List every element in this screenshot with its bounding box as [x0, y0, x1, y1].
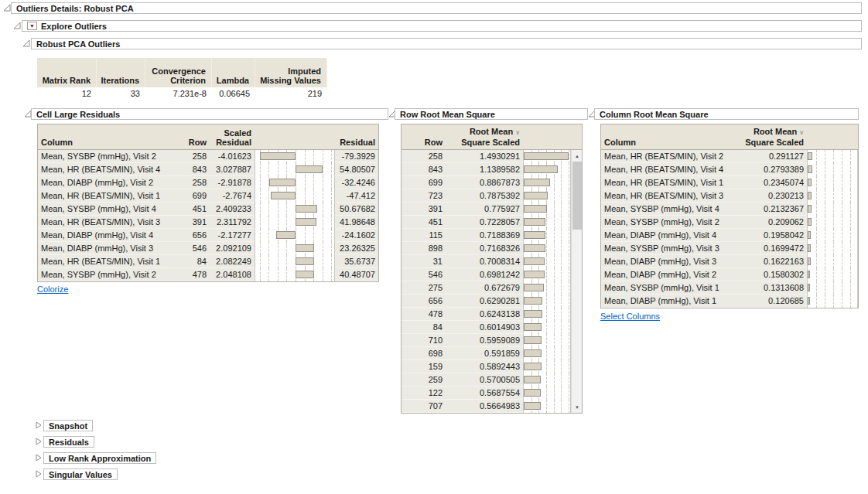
- table-row[interactable]: 6980.591859: [402, 347, 582, 360]
- gridline: [554, 203, 555, 216]
- column-header[interactable]: [255, 124, 335, 149]
- table-cell: 0.2345074: [733, 176, 807, 189]
- column-header[interactable]: Row: [174, 124, 210, 149]
- collapsed-panel-singular-values[interactable]: Singular Values: [43, 468, 118, 480]
- colorize-link[interactable]: Colorize: [37, 284, 68, 294]
- disclosure-expanded-icon[interactable]: [3, 4, 11, 12]
- table-row[interactable]: 4780.6243138: [402, 308, 582, 321]
- sort-chevron-icon[interactable]: ∨: [799, 129, 804, 136]
- table-row[interactable]: 310.7008314: [402, 255, 582, 268]
- gridline: [569, 242, 569, 255]
- table-row[interactable]: 8431.1389582: [402, 163, 582, 176]
- value-bar: [524, 257, 545, 265]
- column-header[interactable]: ScaledResidual: [210, 124, 255, 149]
- outline-robust-pca-outliers[interactable]: Robust PCA Outliers: [31, 38, 862, 49]
- table-row[interactable]: 1220.5687554: [402, 387, 582, 400]
- outline-explore-outliers[interactable]: ▼ Explore Outliers: [22, 20, 862, 32]
- table-row[interactable]: 1590.5892443: [402, 360, 582, 373]
- table-row[interactable]: Mean, HR (BEATS/MIN), Visit 1699-2.7674-…: [38, 189, 378, 203]
- table-row[interactable]: Mean, DIABP (mmHg), Visit 10.120685: [601, 295, 858, 308]
- collapsed-panel-low-rank-approximation[interactable]: Low Rank Approximation: [43, 452, 156, 464]
- table-row[interactable]: 1150.7188369: [402, 229, 582, 242]
- table-row[interactable]: Mean, DIABP (mmHg), Visit 40.1958042: [601, 229, 858, 242]
- sort-chevron-icon[interactable]: ∨: [515, 129, 520, 136]
- outline-outliers-details[interactable]: Outliers Details: Robust PCA: [11, 2, 862, 14]
- disclosure-collapsed-icon[interactable]: [35, 438, 43, 445]
- table-row[interactable]: 6990.8867873: [402, 176, 582, 189]
- table-row[interactable]: 2581.4930291: [402, 150, 582, 163]
- column-header[interactable]: Column: [601, 124, 733, 149]
- panel-title-column-root-mean-square[interactable]: Column Root Mean Square: [594, 108, 859, 120]
- table-row[interactable]: 3910.775927: [402, 203, 582, 216]
- disclosure-collapsed-icon[interactable]: [35, 454, 43, 462]
- disclosure-expanded-icon[interactable]: [13, 22, 21, 29]
- table-row[interactable]: 7100.5959089: [402, 334, 582, 347]
- table-row[interactable]: 4510.7228057: [402, 216, 582, 229]
- gridline: [331, 176, 332, 189]
- column-header[interactable]: [523, 124, 582, 149]
- table-row[interactable]: Mean, HR (BEATS/MIN), Visit 33912.311792…: [38, 216, 378, 229]
- table-row[interactable]: 840.6014903: [402, 321, 582, 334]
- table-row[interactable]: Mean, DIABP (mmHg), Visit 35462.09210923…: [38, 242, 378, 255]
- select-columns-link[interactable]: Select Columns: [600, 312, 660, 321]
- table-row[interactable]: 7230.7875392: [402, 189, 582, 203]
- table-row[interactable]: Mean, SYSBP (mmHg), Visit 10.1313608: [601, 281, 858, 295]
- gridline: [842, 150, 842, 163]
- gridline: [833, 150, 834, 163]
- column-header[interactable]: Row: [402, 124, 446, 149]
- table-row[interactable]: Mean, SYSBP (mmHg), Visit 2258-4.01623-7…: [38, 150, 378, 163]
- table-row[interactable]: Mean, SYSBP (mmHg), Visit 20.209062: [601, 216, 858, 229]
- table-row[interactable]: Mean, DIABP (mmHg), Visit 30.1622163: [601, 255, 858, 268]
- disclosure-collapsed-icon[interactable]: [35, 421, 43, 429]
- table-row[interactable]: Mean, HR (BEATS/MIN), Visit 30.230213: [601, 189, 858, 203]
- scroll-down-button[interactable]: ▼: [572, 401, 583, 413]
- panel-title-row-root-mean-square[interactable]: Row Root Mean Square: [395, 108, 588, 120]
- column-header[interactable]: Residual: [335, 124, 378, 149]
- table-row[interactable]: 7070.5664983: [402, 400, 582, 413]
- table-row[interactable]: Mean, HR (BEATS/MIN), Visit 40.2793389: [601, 163, 858, 176]
- value-bar: [524, 165, 558, 173]
- table-cell: Mean, HR (BEATS/MIN), Visit 3: [38, 216, 174, 229]
- table-cell: -2.91878: [210, 176, 255, 189]
- bar-chart-cell: [807, 189, 858, 203]
- collapsed-panel-snapshot[interactable]: Snapshot: [43, 420, 93, 431]
- table-row[interactable]: Mean, HR (BEATS/MIN), Visit 1842.0822493…: [38, 255, 378, 268]
- table-row[interactable]: Mean, SYSBP (mmHg), Visit 44512.40923350…: [38, 203, 378, 216]
- table-row[interactable]: Mean, DIABP (mmHg), Visit 2258-2.91878-3…: [38, 176, 378, 189]
- table-row[interactable]: Mean, SYSBP (mmHg), Visit 40.2132367: [601, 203, 858, 216]
- table-row[interactable]: 6560.6290281: [402, 295, 582, 308]
- value-bar: [296, 165, 323, 173]
- value-bar: [524, 336, 542, 344]
- value-bar: [524, 402, 541, 410]
- bar-chart-cell: [523, 308, 571, 321]
- table-row[interactable]: Mean, HR (BEATS/MIN), Visit 20.291127: [601, 150, 858, 163]
- column-header[interactable]: Column: [38, 124, 174, 149]
- table-row[interactable]: Mean, SYSBP (mmHg), Visit 24782.04810840…: [38, 268, 378, 281]
- disclosure-expanded-icon[interactable]: [22, 39, 30, 47]
- collapsed-panel-residuals[interactable]: Residuals: [43, 436, 94, 448]
- gridline: [842, 216, 842, 229]
- disclosure-collapsed-icon[interactable]: [35, 470, 43, 478]
- gridline: [842, 163, 842, 176]
- column-header[interactable]: [807, 124, 858, 149]
- table-row[interactable]: Mean, HR (BEATS/MIN), Visit 10.2345074: [601, 176, 858, 189]
- red-triangle-menu-button[interactable]: ▼: [27, 22, 37, 30]
- scrollbar-thumb[interactable]: [572, 162, 582, 230]
- column-header[interactable]: Root Mean∨Square Scaled: [733, 124, 807, 149]
- table-row[interactable]: 8980.7168326: [402, 242, 582, 255]
- table-row[interactable]: 2750.672679: [402, 281, 582, 295]
- table-cell: 0.1958042: [733, 229, 807, 242]
- panel-title-cell-large-residuals[interactable]: Cell Large Residuals: [31, 108, 388, 120]
- table-row[interactable]: Mean, SYSBP (mmHg), Visit 30.1699472: [601, 242, 858, 255]
- table-row[interactable]: Mean, DIABP (mmHg), Visit 4656-2.17277-2…: [38, 229, 378, 242]
- table-row[interactable]: Mean, HR (BEATS/MIN), Visit 48433.027887…: [38, 163, 378, 176]
- vertical-scrollbar[interactable]: ▲ ▼: [571, 150, 582, 413]
- column-header[interactable]: Root Mean∨Square Scaled: [446, 124, 523, 149]
- table-row[interactable]: Mean, DIABP (mmHg), Visit 20.1580302: [601, 268, 858, 281]
- value-bar: [296, 218, 316, 226]
- table-cell: 40.48707: [335, 268, 378, 281]
- table-row[interactable]: 5460.6981242: [402, 268, 582, 281]
- value-bar: [524, 179, 550, 186]
- table-row[interactable]: 2590.5700505: [402, 373, 582, 387]
- scroll-up-button[interactable]: ▲: [572, 150, 583, 162]
